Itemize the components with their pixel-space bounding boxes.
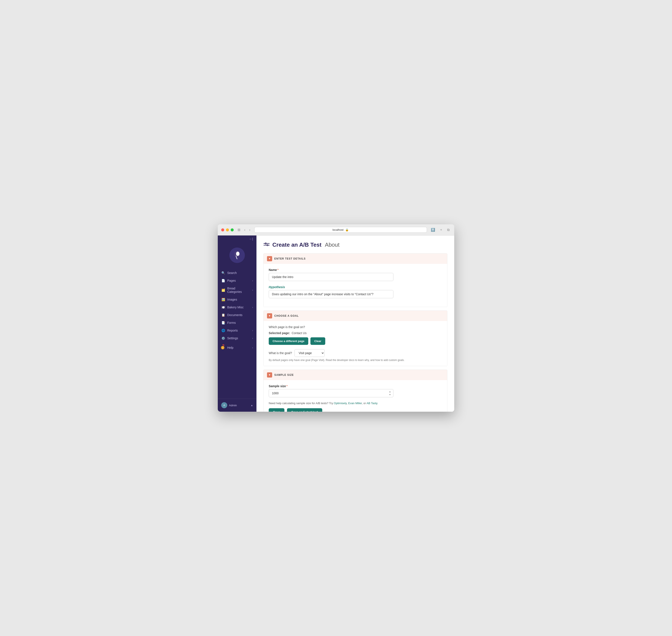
page-title: Create an A/B Test	[272, 241, 321, 248]
section-collapse-icon: ▼	[267, 256, 272, 261]
sidebar-item-search[interactable]: 🔍 Search	[218, 269, 256, 277]
goal-type-row: What is the goal? Visit page Custom goal	[269, 349, 442, 357]
reports-icon: 🌐	[221, 329, 225, 332]
app-layout: ←| 🔍 Search 📄	[218, 236, 454, 412]
sidebar-item-label: Help	[227, 346, 250, 350]
section-title-goal: CHOOSE A GOAL	[274, 314, 299, 317]
forms-icon: 📑	[221, 321, 225, 324]
address-bar[interactable]: localhost 🔒	[254, 227, 427, 233]
optimisely-link[interactable]: Optimisely	[334, 402, 347, 405]
admin-chevron-icon: ▲	[251, 404, 253, 406]
action-buttons: Save Save and start test	[269, 408, 442, 412]
sidebar-item-forms[interactable]: 📑 Forms	[218, 319, 256, 326]
selected-page-value: Contact Us	[292, 331, 307, 335]
sidebar-toggle-btn[interactable]: ⊞	[236, 227, 242, 232]
sidebar-item-label: Forms	[227, 321, 253, 324]
collapse-sidebar-button[interactable]: ←|	[249, 237, 253, 241]
sidebar-item-help[interactable]: ❓2 Help ›	[218, 342, 256, 353]
name-label: Name*	[269, 268, 442, 272]
save-and-start-test-button[interactable]: Save and start test	[287, 408, 323, 412]
section-enter-test-details: ▼ ENTER TEST DETAILS Name* Hypothesis	[263, 253, 447, 307]
section-header-sample[interactable]: ▼ SAMPLE SIZE	[264, 370, 447, 380]
sidebar-item-label: Settings	[227, 337, 250, 340]
sample-size-label: Sample size*	[269, 384, 442, 388]
back-button[interactable]: ‹	[243, 227, 247, 232]
sidebar-item-label: Bakery Misc	[227, 305, 250, 309]
chevron-right-icon: ›	[252, 329, 253, 332]
minimize-button[interactable]	[226, 228, 229, 232]
bread-categories-icon: 🗂️	[221, 289, 225, 292]
name-input[interactable]	[269, 273, 393, 281]
sidebar-item-bakery-misc[interactable]: 🍽️ Bakery Misc ›	[218, 303, 256, 311]
section-collapse-sample-icon: ▼	[267, 372, 272, 378]
evan-miller-link[interactable]: Evan Miller	[348, 402, 362, 405]
close-button[interactable]	[221, 228, 224, 232]
section-collapse-goal-icon: ▼	[267, 313, 272, 318]
increment-button[interactable]: ▲	[388, 391, 392, 393]
section-body-sample: Sample size* ▲ ▼ Need help calculating s…	[264, 380, 447, 412]
help-icon: ❓2	[221, 344, 225, 351]
sidebar-item-pages[interactable]: 📄 Pages ›	[218, 277, 256, 284]
browser-window: ⊞ ‹ › localhost 🔒 ⬆️ ＋ ⧉ ←|	[218, 224, 454, 412]
pages-icon: 📄	[221, 279, 225, 282]
spinner-controls: ▲ ▼	[388, 391, 392, 396]
bakery-misc-icon: 🍽️	[221, 305, 225, 309]
forward-button[interactable]: ›	[248, 227, 251, 232]
save-button[interactable]: Save	[269, 408, 284, 412]
sample-size-group: Sample size* ▲ ▼	[269, 384, 442, 397]
browser-nav: ⊞ ‹ ›	[236, 227, 252, 232]
chevron-right-icon: ›	[252, 346, 253, 349]
sidebar-item-label: Documents	[227, 313, 253, 317]
maximize-button[interactable]	[231, 228, 234, 232]
name-field-group: Name*	[269, 268, 442, 281]
goal-btn-group: Choose a different page Clear	[269, 337, 442, 345]
sample-input-wrapper: ▲ ▼	[269, 389, 393, 397]
images-icon: 🖼️	[221, 298, 225, 301]
sidebar-item-label: Reports	[227, 329, 250, 332]
main-content: Create an A/B Test About ▼ ENTER TEST DE…	[256, 236, 454, 412]
security-icon: 🔒	[345, 228, 349, 232]
sample-size-input[interactable]	[269, 389, 393, 397]
sidebar-bottom: A Admin ▲	[218, 399, 256, 412]
clear-button[interactable]: Clear	[310, 337, 325, 345]
chevron-right-icon: ›	[252, 289, 253, 291]
share-button[interactable]: ⬆️	[429, 227, 436, 232]
tabs-button[interactable]: ⧉	[446, 227, 451, 232]
sidebar-item-images[interactable]: 🖼️ Images	[218, 296, 256, 303]
hypothesis-field-group: Hypothesis	[269, 285, 442, 298]
choose-different-page-button[interactable]: Choose a different page	[269, 337, 308, 345]
required-indicator: *	[277, 268, 279, 272]
section-header-goal[interactable]: ▼ CHOOSE A GOAL	[264, 311, 447, 321]
admin-label: Admin	[229, 404, 249, 407]
sidebar-item-bread-categories[interactable]: 🗂️ Bread Categories ›	[218, 284, 256, 296]
ab-tasty-link[interactable]: AB Tasty	[366, 402, 377, 405]
section-body-goal: Which page is the goal on? Selected page…	[264, 321, 447, 366]
hypothesis-input[interactable]	[269, 290, 393, 298]
page-subtitle: About	[325, 241, 340, 248]
required-indicator-sample: *	[286, 384, 287, 388]
documents-icon: 📋	[221, 313, 225, 317]
selected-page-prefix: Selected page:	[269, 331, 290, 335]
traffic-lights	[221, 228, 234, 232]
sample-size-help-text: Need help calculating sample size for A/…	[269, 402, 442, 405]
chevron-right-icon: ›	[252, 306, 253, 309]
logo-circle	[229, 247, 245, 263]
url-text: localhost	[332, 228, 344, 232]
chevron-right-icon: ›	[252, 337, 253, 339]
decrement-button[interactable]: ▼	[388, 393, 392, 396]
goal-select[interactable]: Visit page Custom goal	[294, 349, 325, 357]
page-header: Create an A/B Test About	[263, 241, 447, 248]
section-choose-goal: ▼ CHOOSE A GOAL Which page is the goal o…	[263, 311, 447, 366]
sidebar-item-documents[interactable]: 📋 Documents	[218, 311, 256, 319]
section-sample-size: ▼ SAMPLE SIZE Sample size* ▲ ▼	[263, 370, 447, 412]
sidebar-item-label: Pages	[227, 279, 250, 282]
sidebar-nav: 🔍 Search 📄 Pages › 🗂️ Bread Categories ›…	[218, 267, 256, 399]
section-header-details[interactable]: ▼ ENTER TEST DETAILS	[264, 254, 447, 264]
sidebar-item-reports[interactable]: 🌐 Reports ›	[218, 326, 256, 334]
browser-chrome: ⊞ ‹ › localhost 🔒 ⬆️ ＋ ⧉	[218, 224, 454, 236]
sidebar-item-label: Bread Categories	[227, 286, 250, 294]
sidebar-toggle-area: ←|	[218, 236, 256, 242]
sidebar-item-settings[interactable]: ⚙️ Settings ›	[218, 334, 256, 342]
new-tab-button[interactable]: ＋	[438, 227, 444, 233]
logo-icon	[232, 250, 243, 261]
